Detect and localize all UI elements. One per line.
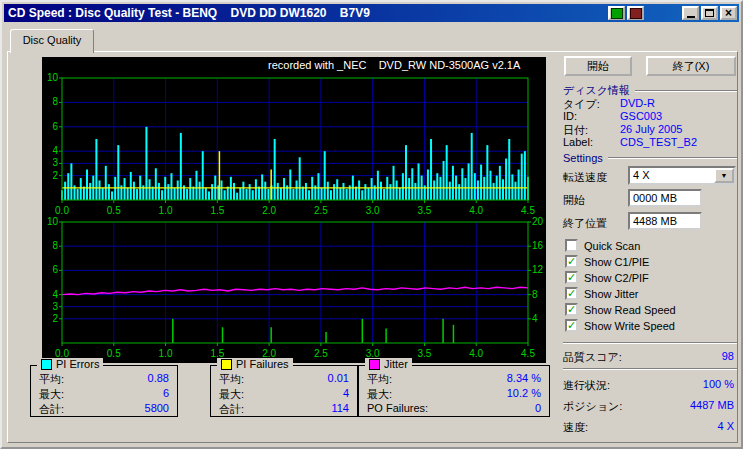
svg-text:3.5: 3.5	[417, 205, 431, 216]
avg-label: 平均:	[39, 373, 64, 385]
end-position-input[interactable]	[628, 212, 702, 230]
speed-label: 速度:	[563, 420, 588, 435]
divider	[563, 368, 737, 370]
titlebar[interactable]: CD Speed : Disc Quality Test - BENQ DVD …	[4, 4, 739, 22]
svg-text:4: 4	[52, 145, 58, 156]
svg-text:4: 4	[532, 313, 538, 324]
max-value: 4	[343, 387, 349, 399]
checkbox-box[interactable]: ✓	[565, 303, 578, 316]
disc-info-header-text: ディスク情報	[563, 83, 630, 98]
quality-score-value: 98	[602, 350, 734, 362]
avg-label: 平均:	[219, 373, 244, 385]
tab-label: Disc Quality	[23, 34, 82, 46]
max-value: 10.2 %	[507, 387, 541, 399]
svg-text:3.5: 3.5	[417, 348, 431, 359]
svg-text:0.0: 0.0	[55, 205, 69, 216]
green-book-button[interactable]	[608, 6, 625, 20]
disc-id-value: GSC003	[620, 110, 662, 122]
pi-errors-legend-title: PI Errors	[37, 358, 103, 370]
svg-text:4.0: 4.0	[469, 205, 483, 216]
green-book-icon	[611, 8, 623, 19]
legend-title-text: Jitter	[384, 358, 408, 370]
checkbox-box[interactable]: ✓	[565, 271, 578, 284]
chart-area: recorded with _NEC DVD_RW ND-3500AG v2.1…	[42, 57, 546, 363]
pi-failures-color-chip	[221, 359, 232, 370]
checkbox-label: Show Write Speed	[584, 320, 675, 332]
divider	[563, 342, 737, 344]
transfer-speed-label: 転送速度	[563, 170, 607, 185]
progress-value: 100 %	[602, 378, 734, 390]
minimize-icon	[687, 16, 695, 18]
start-position-input[interactable]	[628, 189, 702, 207]
svg-text:3.0: 3.0	[366, 205, 380, 216]
avg-value: 0.88	[148, 372, 169, 384]
svg-text:1.5: 1.5	[210, 205, 224, 216]
svg-text:12: 12	[532, 264, 544, 275]
po-failures-label: PO Failures:	[367, 402, 428, 414]
max-label: 最大:	[219, 388, 244, 400]
titlebar-buttons: ×	[608, 6, 739, 20]
disc-label-value: CDS_TEST_B2	[620, 136, 697, 148]
max-label: 最大:	[39, 388, 64, 400]
checkbox-box[interactable]: ✓	[565, 319, 578, 332]
svg-text:2.0: 2.0	[262, 205, 276, 216]
svg-text:4: 4	[52, 289, 58, 300]
checkbox-show-jitter[interactable]: ✓Show Jitter	[565, 287, 638, 300]
legend-title-text: PI Errors	[56, 358, 99, 370]
jitter-legend-title: Jitter	[365, 358, 412, 370]
svg-text:4.5: 4.5	[521, 205, 535, 216]
divider	[608, 157, 737, 159]
dropdown-button[interactable]: ▼	[714, 168, 734, 183]
avg-value: 8.34 %	[507, 372, 541, 384]
svg-text:3: 3	[52, 301, 58, 312]
start-button[interactable]: 開始	[564, 56, 632, 76]
checkbox-show-write-speed[interactable]: ✓Show Write Speed	[565, 319, 675, 332]
svg-text:2.5: 2.5	[314, 348, 328, 359]
svg-text:1.0: 1.0	[159, 348, 173, 359]
max-value: 6	[163, 387, 169, 399]
total-label: 合計:	[219, 403, 244, 415]
checkbox-label: Show C2/PIF	[584, 272, 649, 284]
checkbox-box[interactable]	[565, 239, 578, 252]
svg-text:4.5: 4.5	[521, 348, 535, 359]
tab-disc-quality[interactable]: Disc Quality	[10, 29, 94, 53]
close-icon: ×	[725, 8, 732, 18]
chevron-down-icon: ▼	[721, 172, 728, 179]
speed-value: 4 X	[602, 420, 734, 432]
checkbox-show-c1-pie[interactable]: ✓Show C1/PIE	[565, 255, 649, 268]
svg-text:3: 3	[52, 157, 58, 168]
chart-header-text: recorded with _NEC DVD_RW ND-3500AG v2.1…	[268, 59, 520, 71]
checkbox-box[interactable]: ✓	[565, 255, 578, 268]
maximize-button[interactable]	[701, 6, 718, 20]
speed-combobox-value: 4 X	[630, 168, 714, 183]
checkbox-label: Show Jitter	[584, 288, 638, 300]
po-failures-value: 0	[535, 402, 541, 414]
settings-header-text: Settings	[563, 152, 603, 164]
pi-failures-legend-title: PI Failures	[217, 358, 293, 370]
pi-errors-color-chip	[41, 359, 52, 370]
checkbox-label: Show Read Speed	[584, 304, 676, 316]
svg-text:6: 6	[52, 264, 58, 275]
jitter-legend: Jitter 平均:8.34 % 最大:10.2 % PO Failures:0	[358, 365, 550, 417]
svg-text:8: 8	[52, 240, 58, 251]
svg-text:0.5: 0.5	[107, 348, 121, 359]
checkbox-show-read-speed[interactable]: ✓Show Read Speed	[565, 303, 676, 316]
minimize-button[interactable]	[682, 6, 699, 20]
red-book-button[interactable]	[627, 6, 644, 20]
svg-text:6: 6	[52, 121, 58, 132]
total-value: 114	[331, 402, 349, 414]
quality-charts: 23468100.00.51.01.52.02.53.03.54.04.5234…	[42, 57, 546, 360]
speed-combobox[interactable]: 4 X ▼	[628, 166, 736, 185]
svg-text:10: 10	[47, 72, 59, 83]
svg-text:8: 8	[532, 289, 538, 300]
svg-text:16: 16	[532, 240, 544, 251]
exit-button[interactable]: 終了(X)	[646, 56, 736, 76]
checkbox-show-c2-pif[interactable]: ✓Show C2/PIF	[565, 271, 649, 284]
checkbox-box[interactable]: ✓	[565, 287, 578, 300]
divider	[635, 90, 737, 92]
close-button[interactable]: ×	[720, 6, 737, 20]
checkbox-quick-scan[interactable]: Quick Scan	[565, 239, 640, 252]
total-label: 合計:	[39, 403, 64, 415]
checkbox-label: Quick Scan	[584, 240, 640, 252]
svg-text:8: 8	[52, 96, 58, 107]
